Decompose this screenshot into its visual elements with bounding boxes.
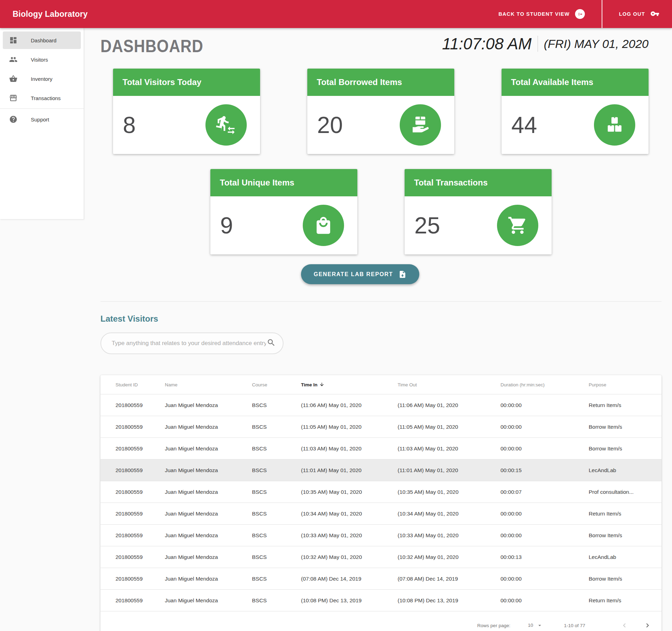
cell-time-in: (11:01 AM) May 01, 2020 (301, 460, 397, 481)
cell-student-id: 201800559 (100, 546, 164, 568)
cell-purpose: Borrow Item/s (588, 416, 662, 438)
back-to-student-view-button[interactable]: BACK TO STUDENT VIEW (496, 9, 587, 19)
cell-student-id: 201800559 (100, 460, 164, 481)
box-on-hand-icon (400, 104, 441, 146)
cell-duration: 00:00:07 (500, 481, 588, 503)
stat-card-total-borrowed: Total Borrowed Items 20 (307, 69, 454, 154)
stat-card-value: 8 (123, 112, 136, 138)
table-row[interactable]: 201800559 Juan Miguel Mendoza BSCS (10:0… (100, 590, 662, 611)
help-icon (9, 115, 18, 124)
cell-time-out: (10:33 AM) May 01, 2020 (397, 525, 500, 546)
cell-time-out: (11:05 AM) May 01, 2020 (397, 416, 500, 438)
visitors-table-card: Student ID Name Course Time In Time Out … (100, 375, 662, 631)
cell-purpose: Borrow Item/s (588, 568, 662, 590)
shopping-cart-icon (497, 205, 538, 246)
sidebar-item-label: Visitors (31, 57, 48, 63)
back-to-student-view-label: BACK TO STUDENT VIEW (498, 11, 569, 17)
cell-purpose: Borrow Item/s (588, 438, 662, 460)
cell-student-id: 201800559 (100, 394, 164, 416)
section-divider (100, 301, 662, 302)
header-actions: BACK TO STUDENT VIEW LOG OUT (496, 0, 672, 28)
sidebar-item-label: Transactions (31, 95, 61, 101)
sidebar-item-visitors[interactable]: Visitors (3, 51, 81, 68)
generate-lab-report-button[interactable]: GENERATE LAB REPORT (301, 264, 419, 284)
sort-descending-icon (317, 382, 324, 387)
table-row[interactable]: 201800559 Juan Miguel Mendoza BSCS (11:0… (100, 416, 662, 438)
dashboard-grid-icon (9, 36, 18, 44)
column-header-time-in[interactable]: Time In (301, 375, 397, 394)
sidebar-item-transactions[interactable]: Transactions (3, 89, 81, 107)
stat-card-title: Total Unique Items (210, 169, 357, 196)
cell-purpose: Return Item/s (588, 503, 662, 525)
app-title: Biology Laboratory (13, 9, 88, 19)
table-row[interactable]: 201800559 Juan Miguel Mendoza BSCS (10:3… (100, 503, 662, 525)
table-row[interactable]: 201800559 Juan Miguel Mendoza BSCS (10:3… (100, 481, 662, 503)
cell-student-id: 201800559 (100, 416, 164, 438)
cell-duration: 00:00:00 (500, 503, 588, 525)
cell-time-out: (11:03 AM) May 01, 2020 (397, 438, 500, 460)
cell-time-out: (11:01 AM) May 01, 2020 (397, 460, 500, 481)
cell-student-id: 201800559 (100, 525, 164, 546)
sidebar-item-label: Inventory (31, 76, 52, 82)
cell-time-out: (11:06 AM) May 01, 2020 (397, 394, 500, 416)
next-page-button[interactable] (643, 621, 652, 630)
column-header-purpose[interactable]: Purpose (588, 375, 662, 394)
column-header-duration[interactable]: Duration (hr:min:sec) (500, 375, 588, 394)
table-row[interactable]: 201800559 Juan Miguel Mendoza BSCS (11:0… (100, 394, 662, 416)
cell-time-in: (11:03 AM) May 01, 2020 (301, 438, 397, 460)
cell-student-id: 201800559 (100, 503, 164, 525)
stat-card-title: Total Visitors Today (113, 69, 260, 96)
stat-card-total-unique: Total Unique Items 9 (210, 169, 357, 254)
stat-card-value: 25 (414, 212, 440, 239)
cell-course: BSCS (252, 416, 301, 438)
attendance-search (100, 332, 284, 354)
table-row[interactable]: 201800559 Juan Miguel Mendoza BSCS (10:3… (100, 546, 662, 568)
sidebar-item-support[interactable]: Support (3, 111, 81, 128)
stat-card-value: 44 (511, 112, 537, 138)
sidebar: Dashboard Visitors Inventory Transaction… (0, 28, 84, 219)
column-header-student-id[interactable]: Student ID (100, 375, 164, 394)
app-header: Biology Laboratory BACK TO STUDENT VIEW … (0, 0, 672, 28)
cell-course: BSCS (252, 568, 301, 590)
sidebar-item-label: Support (31, 117, 49, 122)
cell-time-in: (11:06 AM) May 01, 2020 (301, 394, 397, 416)
cell-course: BSCS (252, 525, 301, 546)
sidebar-item-inventory[interactable]: Inventory (3, 70, 81, 87)
switch-view-arrow-icon (575, 9, 585, 19)
rows-per-page-select[interactable]: 10 (525, 622, 546, 631)
cell-course: BSCS (252, 460, 301, 481)
cell-time-in: (10:34 AM) May 01, 2020 (301, 503, 397, 525)
attendance-search-input[interactable] (111, 339, 267, 347)
cell-name: Juan Miguel Mendoza (164, 460, 252, 481)
search-icon (267, 338, 276, 349)
logout-button[interactable]: LOG OUT (617, 9, 662, 20)
latest-visitors-heading: Latest Visitors (100, 314, 158, 324)
cell-duration: 00:00:00 (500, 394, 588, 416)
table-row[interactable]: 201800559 Juan Miguel Mendoza BSCS (11:0… (100, 438, 662, 460)
column-header-name[interactable]: Name (164, 375, 252, 394)
stat-card-title: Total Transactions (405, 169, 552, 196)
chevron-left-icon (620, 621, 629, 630)
column-header-time-out[interactable]: Time Out (397, 375, 500, 394)
cell-course: BSCS (252, 481, 301, 503)
clock: 11:07:08 AM (FRI) MAY 01, 2020 (442, 34, 649, 53)
column-header-course[interactable]: Course (252, 375, 301, 394)
table-row[interactable]: 201800559 Juan Miguel Mendoza BSCS (10:3… (100, 525, 662, 546)
people-icon (9, 55, 18, 64)
sidebar-item-dashboard[interactable]: Dashboard (3, 31, 81, 49)
chevron-down-icon (537, 622, 543, 629)
previous-page-button[interactable] (620, 621, 629, 630)
logout-label: LOG OUT (619, 11, 645, 17)
cell-duration: 00:00:00 (500, 568, 588, 590)
table-row[interactable]: 201800559 Juan Miguel Mendoza BSCS (07:0… (100, 568, 662, 590)
table-row[interactable]: 201800559 Juan Miguel Mendoza BSCS (11:0… (100, 460, 662, 481)
cell-student-id: 201800559 (100, 590, 164, 611)
cell-student-id: 201800559 (100, 568, 164, 590)
cell-duration: 00:00:00 (500, 416, 588, 438)
stat-card-total-transactions: Total Transactions 25 (405, 169, 552, 254)
cell-course: BSCS (252, 546, 301, 568)
cell-time-in: (10:08 PM) Dec 13, 2019 (301, 590, 397, 611)
walking-person-transfer-icon (205, 104, 247, 146)
stat-card-title: Total Available Items (502, 69, 649, 96)
table-pagination: Rows per page: 10 1-10 of 77 (100, 611, 662, 631)
